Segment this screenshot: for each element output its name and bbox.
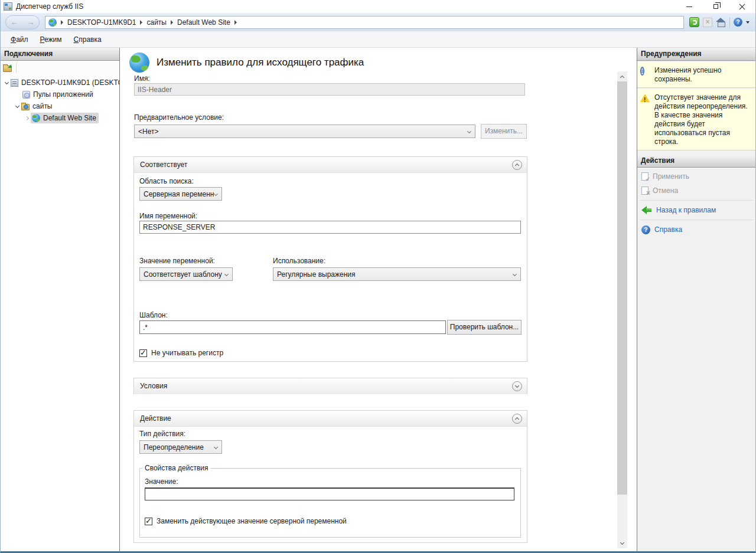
alert-warning-text: Отсутствует значение для действия переоп… [654,93,752,146]
page-globe-icon [129,53,149,73]
actions-header: Действия [637,155,755,168]
help-action[interactable]: Справка [637,224,755,235]
refresh-icon[interactable] [689,17,699,27]
connections-tree: DESKTOP-U1MK9D1 (DESKTOP Пулы приложений… [1,75,119,124]
breadcrumb-sites[interactable]: сайты [146,18,167,27]
match-section-title: Соответствует [140,161,187,169]
back-to-rules-action[interactable]: Назад к правилам [637,204,755,216]
close-button[interactable] [729,0,755,13]
pattern-input[interactable] [139,320,446,334]
connections-toolbar [1,61,119,75]
window-controls [676,0,755,13]
variable-value-combobox[interactable]: Соответствует шаблону [139,267,233,281]
tree-item-label: Default Web Site [43,114,96,122]
forward-button[interactable]: → [27,18,35,27]
tree-item-app-pools[interactable]: Пулы приложений [1,89,119,100]
chevron-up-icon [515,417,519,421]
precondition-value: <Нет> [138,127,158,136]
collapse-chevron-icon[interactable] [2,82,11,84]
chevron-down-icon [224,272,229,276]
back-button[interactable]: ← [11,18,18,27]
apply-label: Применить [653,172,689,181]
scroll-up-arrow[interactable] [617,71,627,81]
variable-name-input[interactable] [139,221,521,234]
edit-rule-form: Изменить правило для исходящего трафика … [120,48,637,551]
restore-button[interactable] [702,0,729,13]
toolbar-divider [16,63,17,73]
breadcrumb-arrow-icon [140,20,142,25]
site-globe-icon [32,114,40,122]
menu-help[interactable]: Справка [69,33,107,46]
action-value-input[interactable] [145,487,514,500]
toolbar-divider [729,17,730,28]
action-type-label: Тип действия: [139,430,185,438]
alert-info-text: Изменения успешно сохранены. [654,66,752,84]
selected-tree-item[interactable]: Default Web Site [31,113,99,123]
menu-view[interactable]: Режим [35,33,67,46]
using-value: Регулярные выражения [277,270,356,279]
menu-file[interactable]: Файл [5,33,34,46]
ignore-case-label: Не учитывать регистр [151,349,223,357]
ignore-case-checkline: Не учитывать регистр [139,349,223,357]
alert-warning: Отсутствует значение для действия переоп… [637,89,755,150]
minimize-button[interactable] [676,0,702,13]
using-label: Использование: [273,257,325,265]
home-icon[interactable] [716,18,726,27]
replace-checkline: Заменить действующее значение серверной … [145,517,347,525]
precondition-label: Предварительное условие: [134,113,224,122]
address-bar: ← → DESKTOP-U1MK9D1 сайты Default Web Si… [1,13,755,31]
stop-icon: × [703,18,712,27]
chevron-down-icon [214,445,218,449]
expand-chevron-icon[interactable] [22,117,31,120]
replace-value-checkbox[interactable] [145,518,152,525]
scroll-down-arrow[interactable] [617,538,627,548]
breadcrumb-server[interactable]: DESKTOP-U1MK9D1 [67,18,136,27]
collapse-chevron-icon[interactable] [13,106,21,107]
ignore-case-checkbox[interactable] [139,349,147,357]
nav-buttons: ← → [5,15,40,30]
right-panel: Предупреждения Изменения успешно сохране… [637,48,755,551]
chevron-down-icon [515,384,519,388]
pattern-label: Шаблон: [139,311,168,319]
title-bar: Диспетчер служб IIS [1,0,755,13]
tree-item-server[interactable]: DESKTOP-U1MK9D1 (DESKTOP [1,77,119,89]
action-type-combobox[interactable]: Переопределение [139,440,222,454]
name-input [134,83,525,96]
chevron-down-icon [467,129,471,133]
actions-separator [640,200,753,201]
save-connection-icon[interactable] [3,66,12,72]
help-dropdown-caret-icon[interactable] [746,21,750,24]
minimize-icon [686,6,692,7]
restore-icon [713,4,718,9]
help-label: Справка [654,225,682,234]
breadcrumb[interactable]: DESKTOP-U1MK9D1 сайты Default Web Site [45,16,684,29]
page-title: Изменить правило для исходящего трафика [157,57,364,68]
variable-value-label: Значение переменной: [139,257,215,265]
apply-icon [641,172,649,181]
edit-precondition-button: Изменить... [481,124,527,139]
help-icon[interactable] [734,18,742,27]
main-layout: Подключения DESKTOP-U1MK9D1 (DESKTOP Пул… [1,47,755,551]
collapse-section-button[interactable] [512,160,522,170]
using-combobox[interactable]: Регулярные выражения [273,267,521,281]
test-pattern-button[interactable]: Проверить шаблон... [447,320,522,335]
conditions-section: Условия [133,378,527,394]
breadcrumb-default-web-site[interactable]: Default Web Site [177,18,230,27]
action-section-header: Действие [134,411,527,427]
precondition-combobox[interactable]: <Нет> [134,125,475,138]
alerts-header: Предупреждения [637,48,755,61]
scope-combobox[interactable]: Серверная переменн [139,187,222,201]
vertical-scrollbar[interactable] [617,71,627,548]
chevron-down-icon [214,192,218,196]
expand-section-button[interactable] [512,381,522,391]
app-pools-icon [22,91,30,99]
tree-item-sites[interactable]: сайты [1,100,119,112]
app-icon [4,2,12,11]
action-properties-group: Свойства действия Значение: Заменить дей… [139,464,521,538]
collapse-section-button[interactable] [512,414,522,424]
tree-item-label: Пулы приложений [33,90,93,99]
scrollbar-thumb[interactable] [617,81,627,495]
scope-value: Серверная переменн [144,190,214,198]
tree-item-default-web-site[interactable]: Default Web Site [1,112,119,124]
back-to-rules-label: Назад к правилам [656,206,716,214]
